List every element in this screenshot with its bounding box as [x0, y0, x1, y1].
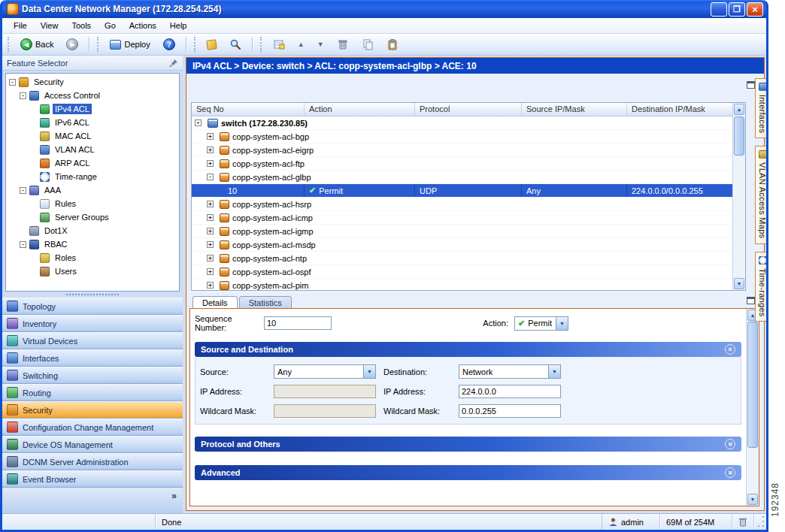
back-button[interactable]: ◀ Back [15, 36, 59, 53]
table-row-acl[interactable]: + copp-system-acl-hsrp [192, 198, 745, 211]
table-row-acl[interactable]: + copp-system-acl-ftp [192, 157, 745, 171]
table-row-device[interactable]: - switch (172.28.230.85) [192, 116, 745, 130]
destination-select[interactable]: Network▼ [459, 364, 561, 379]
table-row-ace-selected[interactable]: 10 ✔Permit UDP Any 224.0.0.0/0.0.0.255 [192, 184, 745, 198]
nav-dcnm-server-admin[interactable]: DCNM Server Administration [2, 453, 183, 470]
chevron-down-icon[interactable]: ▼ [548, 365, 560, 378]
menu-file[interactable]: File [7, 18, 34, 34]
tree-item-dot1x[interactable]: Dot1X [6, 224, 179, 237]
collapse-section-icon[interactable]: » [725, 344, 735, 355]
expander[interactable]: - [9, 79, 16, 86]
edit-button[interactable] [202, 38, 222, 52]
table-row-acl[interactable]: + copp-system-acl-ntp [192, 252, 745, 265]
expander[interactable]: + [207, 228, 214, 234]
source-ip-input[interactable] [274, 385, 376, 398]
tree-item-mac-acl[interactable]: MAC ACL [6, 129, 179, 143]
table-scrollbar[interactable]: ▲ ▼ [732, 103, 745, 290]
expander[interactable]: + [207, 133, 214, 140]
copy-button[interactable] [356, 36, 379, 53]
tree-item-roles[interactable]: Roles [6, 251, 179, 264]
tree-item-ipv6-acl[interactable]: IPv6 ACL [6, 116, 179, 129]
expander[interactable]: + [207, 201, 214, 207]
action-select[interactable]: ✔Permit ▼ [514, 316, 568, 331]
toolbar-grip[interactable] [194, 37, 197, 52]
maximize-panel-icon[interactable] [747, 297, 755, 304]
nav-event-browser[interactable]: Event Browser [2, 470, 183, 488]
scrollbar-thumb[interactable] [747, 322, 758, 448]
expander[interactable]: + [207, 268, 214, 275]
chevron-down-icon[interactable]: ▼ [363, 365, 375, 378]
menu-actions[interactable]: Actions [123, 18, 163, 34]
expander[interactable]: + [207, 160, 214, 167]
tree-item-security[interactable]: - Security [6, 75, 179, 89]
expander[interactable]: - [207, 174, 214, 180]
toolbar-grip[interactable] [260, 37, 263, 52]
destination-ip-input[interactable] [459, 385, 561, 398]
section-source-destination-header[interactable]: Source and Destination » [195, 342, 741, 357]
toolbar-grip[interactable] [8, 37, 11, 52]
deploy-button[interactable]: Deploy [105, 38, 155, 52]
tree-item-access-control[interactable]: - Access Control [6, 89, 179, 102]
nav-topology[interactable]: Topology [2, 298, 183, 315]
move-down-button[interactable]: ▼ [312, 38, 329, 50]
col-action[interactable]: Action [305, 103, 415, 116]
tab-details[interactable]: Details [192, 296, 238, 309]
menu-go[interactable]: Go [98, 18, 123, 34]
maximize-panel-icon[interactable] [747, 81, 755, 89]
col-protocol[interactable]: Protocol [415, 103, 522, 116]
scroll-down-icon[interactable]: ▼ [734, 278, 744, 289]
sidebar-splitter[interactable] [2, 292, 183, 298]
tree-item-vlan-acl[interactable]: VLAN ACL [6, 143, 179, 156]
table-row-acl[interactable]: + copp-system-acl-bgp [192, 130, 745, 144]
details-scrollbar[interactable]: ▲ ▼ [746, 309, 759, 506]
tab-interfaces[interactable]: Interfaces [755, 78, 766, 138]
nav-config-change-mgmt[interactable]: Configuration Change Management [2, 419, 183, 436]
nav-routing[interactable]: Routing [2, 384, 183, 401]
minimize-button[interactable]: _ [711, 2, 727, 17]
tree-item-server-groups[interactable]: Server Groups [6, 210, 179, 224]
nav-more-button[interactable]: » [171, 491, 177, 501]
scroll-up-icon[interactable]: ▲ [734, 104, 744, 115]
menu-tools[interactable]: Tools [65, 18, 98, 34]
section-advanced-header[interactable]: Advanced » [195, 465, 741, 480]
tab-time-ranges[interactable]: Time-ranges [755, 252, 766, 322]
expander[interactable]: + [207, 214, 214, 221]
expander[interactable]: - [20, 187, 26, 194]
table-row-acl[interactable]: + copp-system-acl-eigrp [192, 144, 745, 157]
close-button[interactable]: × [747, 2, 763, 17]
tab-vlan-access-maps[interactable]: VLAN Access Maps [755, 146, 766, 243]
toolbar-grip[interactable] [97, 37, 100, 52]
tree-item-ipv4-acl[interactable]: IPv4 ACL [6, 102, 179, 116]
expander[interactable]: + [207, 147, 214, 153]
menu-view[interactable]: View [34, 18, 65, 34]
table-row-acl[interactable]: + copp-system-acl-igmp [192, 225, 745, 238]
tree-item-rules[interactable]: Rules [6, 197, 179, 210]
pin-icon[interactable] [169, 59, 178, 68]
table-row-acl[interactable]: + copp-system-acl-icmp [192, 211, 745, 225]
tree-item-aaa[interactable]: - AAA [6, 183, 179, 197]
table-row-acl[interactable]: + copp-system-acl-pim [192, 279, 745, 292]
tree-item-time-range[interactable]: Time-range [6, 170, 179, 183]
tree-item-arp-acl[interactable]: ARP ACL [6, 156, 179, 170]
col-source[interactable]: Source IP/Mask [522, 103, 627, 116]
nav-security[interactable]: Security [2, 401, 183, 419]
tree-item-users[interactable]: Users [6, 264, 179, 278]
nav-device-os-mgmt[interactable]: Device OS Management [2, 436, 183, 453]
expander[interactable]: - [20, 92, 26, 99]
expand-section-icon[interactable]: » [725, 439, 735, 449]
table-row-acl[interactable]: + copp-system-acl-ospf [192, 265, 745, 279]
nav-switching[interactable]: Switching [2, 367, 183, 384]
resize-grip[interactable] [754, 514, 766, 530]
expander[interactable]: + [207, 282, 214, 289]
paste-button[interactable] [381, 36, 404, 53]
col-seq-no[interactable]: Seq No [192, 103, 305, 116]
scrollbar-thumb[interactable] [734, 116, 744, 156]
nav-virtual-devices[interactable]: Virtual Devices [2, 332, 183, 349]
nav-inventory[interactable]: Inventory [2, 315, 183, 332]
table-row-acl-expanded[interactable]: - copp-system-acl-glbp [192, 171, 745, 184]
expander[interactable]: - [20, 241, 26, 248]
tab-statistics[interactable]: Statistics [239, 296, 292, 308]
delete-button[interactable] [332, 36, 354, 53]
menu-help[interactable]: Help [163, 18, 194, 34]
sequence-input[interactable] [264, 316, 332, 330]
